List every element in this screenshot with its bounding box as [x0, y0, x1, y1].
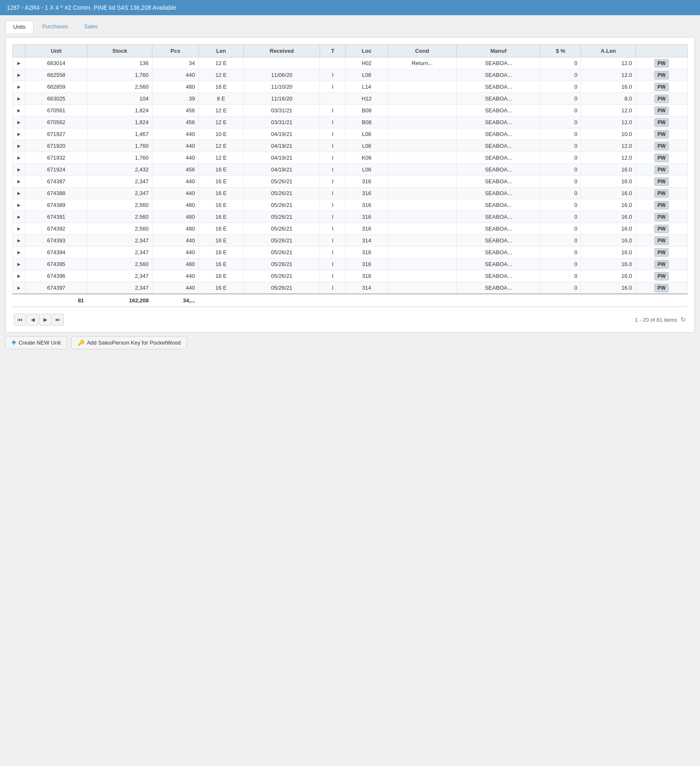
first-page-button[interactable]: ⏮	[14, 314, 26, 326]
prev-page-button[interactable]: ◀	[27, 314, 38, 326]
row-expand-arrow[interactable]: ▶	[13, 247, 25, 258]
create-unit-button[interactable]: ✚ Create NEW Unit	[5, 336, 67, 349]
row-expand-arrow[interactable]: ▶	[13, 69, 25, 81]
table-row[interactable]: ▶663025104398 E11/16/20H12SEABOA...08.0P…	[13, 93, 688, 105]
row-badge[interactable]: PW	[636, 223, 688, 235]
row-unit: 674389	[25, 199, 87, 211]
row-badge[interactable]: PW	[636, 235, 688, 247]
table-row[interactable]: ▶6743912,56048016 E05/26/21I316SEABOA...…	[13, 211, 688, 223]
row-alen: 16.0	[581, 282, 636, 294]
row-expand-arrow[interactable]: ▶	[13, 176, 25, 187]
row-expand-arrow[interactable]: ▶	[13, 164, 25, 176]
row-expand-arrow[interactable]: ▶	[13, 235, 25, 247]
row-alen: 16.0	[581, 187, 636, 199]
row-len: 16 E	[198, 270, 244, 282]
add-salesperson-button[interactable]: 🔑 Add SalesPerson Key for PocketWood	[71, 336, 187, 349]
row-loc: 316	[346, 258, 388, 270]
tab-units[interactable]: Units	[5, 20, 34, 33]
row-unit: 671927	[25, 128, 87, 140]
row-loc: 314	[346, 282, 388, 294]
row-badge[interactable]: PW	[636, 93, 688, 105]
row-badge[interactable]: PW	[636, 117, 688, 128]
tab-purchases[interactable]: Purchases	[35, 20, 76, 33]
row-expand-arrow[interactable]: ▶	[13, 282, 25, 294]
row-cond	[388, 69, 456, 81]
table-row[interactable]: ▶6743882,34744016 E05/26/21I316SEABOA...…	[13, 187, 688, 199]
row-expand-arrow[interactable]: ▶	[13, 270, 25, 282]
last-page-button[interactable]: ⏭	[52, 314, 64, 326]
row-badge[interactable]: PW	[636, 57, 688, 69]
row-expand-arrow[interactable]: ▶	[13, 128, 25, 140]
col-dollar-pct: $ %	[540, 45, 581, 57]
row-badge[interactable]: PW	[636, 187, 688, 199]
row-expand-arrow[interactable]: ▶	[13, 199, 25, 211]
row-unit: 663025	[25, 93, 87, 105]
row-badge[interactable]: PW	[636, 81, 688, 93]
table-row[interactable]: ▶6743922,56048016 E05/26/21I316SEABOA...…	[13, 223, 688, 235]
row-expand-arrow[interactable]: ▶	[13, 117, 25, 128]
row-badge[interactable]: PW	[636, 69, 688, 81]
table-row[interactable]: ▶6719271,46744010 E04/19/21IL08SEABOA...…	[13, 128, 688, 140]
row-unit: 662859	[25, 81, 87, 93]
row-received: 05/26/21	[244, 282, 320, 294]
table-row[interactable]: ▶6719242,43245616 E04/19/21IL08SEABOA...…	[13, 164, 688, 176]
row-unit: 670562	[25, 117, 87, 128]
row-stock: 1,467	[87, 128, 152, 140]
row-badge[interactable]: PW	[636, 105, 688, 117]
row-badge[interactable]: PW	[636, 247, 688, 258]
row-loc: H02	[346, 57, 388, 69]
refresh-icon[interactable]: ↻	[681, 316, 686, 323]
row-alen: 8.0	[581, 93, 636, 105]
row-expand-arrow[interactable]: ▶	[13, 211, 25, 223]
table-row[interactable]: ▶6719321,76044012 E04/19/21IK06SEABOA...…	[13, 152, 688, 164]
tab-sales[interactable]: Sales	[76, 20, 106, 33]
table-row[interactable]: ▶6705611,82445612 E03/31/21IB08SEABOA...…	[13, 105, 688, 117]
row-expand-arrow[interactable]: ▶	[13, 152, 25, 164]
row-expand-arrow[interactable]: ▶	[13, 223, 25, 235]
row-badge[interactable]: PW	[636, 128, 688, 140]
row-loc: B08	[346, 105, 388, 117]
table-row[interactable]: ▶6705621,82445612 E03/31/21IB08SEABOA...…	[13, 117, 688, 128]
pw-badge: PW	[654, 166, 668, 174]
row-badge[interactable]: PW	[636, 199, 688, 211]
row-manuf: SEABOA...	[456, 128, 540, 140]
row-len: 16 E	[198, 176, 244, 187]
row-expand-arrow[interactable]: ▶	[13, 258, 25, 270]
table-row[interactable]: ▶6719201,76044012 E04/19/21IL08SEABOA...…	[13, 140, 688, 152]
row-expand-arrow[interactable]: ▶	[13, 187, 25, 199]
row-len: 16 E	[198, 199, 244, 211]
table-row[interactable]: ▶6743972,34744016 E05/26/21I314SEABOA...…	[13, 282, 688, 294]
row-expand-arrow[interactable]: ▶	[13, 57, 25, 69]
table-row[interactable]: ▶6743872,34744016 E05/26/21I316SEABOA...…	[13, 176, 688, 187]
row-pcs: 480	[152, 81, 199, 93]
table-row[interactable]: ▶6743892,56048016 E05/26/21I316SEABOA...…	[13, 199, 688, 211]
next-page-button[interactable]: ▶	[39, 314, 51, 326]
row-expand-arrow[interactable]: ▶	[13, 93, 25, 105]
row-badge[interactable]: PW	[636, 176, 688, 187]
table-row[interactable]: ▶6743942,34744016 E05/26/21I316SEABOA...…	[13, 247, 688, 258]
table-row[interactable]: ▶6628592,56048016 E11/10/20IL14SEABOA...…	[13, 81, 688, 93]
row-len: 12 E	[198, 69, 244, 81]
row-t: I	[320, 199, 346, 211]
table-row[interactable]: ▶6830141363412 EH02Return...SEABOA...012…	[13, 57, 688, 69]
row-expand-arrow[interactable]: ▶	[13, 105, 25, 117]
table-row[interactable]: ▶6625581,76044012 E11/06/20IL08SEABOA...…	[13, 69, 688, 81]
table-row[interactable]: ▶6743962,34744016 E05/26/21I316SEABOA...…	[13, 270, 688, 282]
row-badge[interactable]: PW	[636, 258, 688, 270]
row-badge[interactable]: PW	[636, 140, 688, 152]
row-manuf: SEABOA...	[456, 235, 540, 247]
row-dollar-pct: 0	[540, 140, 581, 152]
row-badge[interactable]: PW	[636, 270, 688, 282]
row-len: 16 E	[198, 258, 244, 270]
row-badge[interactable]: PW	[636, 211, 688, 223]
row-unit: 671920	[25, 140, 87, 152]
row-badge[interactable]: PW	[636, 282, 688, 294]
row-pcs: 440	[152, 152, 199, 164]
table-row[interactable]: ▶6743932,34744016 E05/26/21I314SEABOA...…	[13, 235, 688, 247]
row-badge[interactable]: PW	[636, 152, 688, 164]
table-row[interactable]: ▶6743952,56048016 E05/26/21I316SEABOA...…	[13, 258, 688, 270]
row-loc: 314	[346, 235, 388, 247]
row-expand-arrow[interactable]: ▶	[13, 81, 25, 93]
row-expand-arrow[interactable]: ▶	[13, 140, 25, 152]
row-badge[interactable]: PW	[636, 164, 688, 176]
